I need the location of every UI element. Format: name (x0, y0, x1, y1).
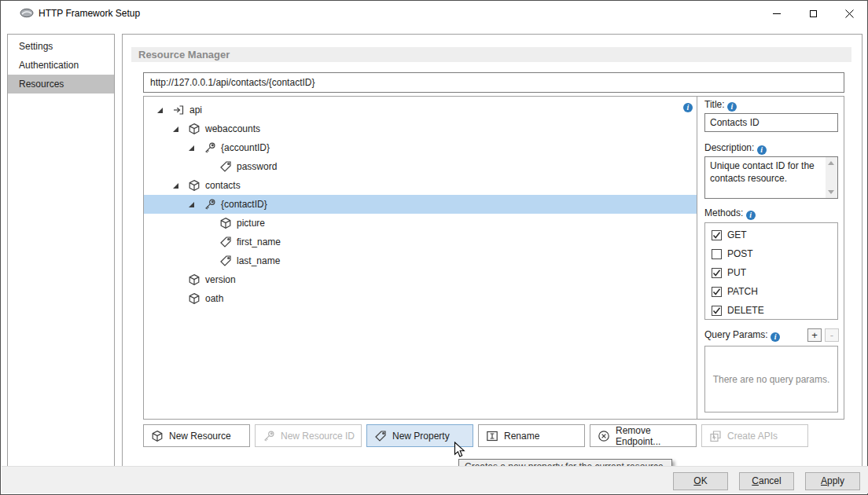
tree-item-last-name[interactable]: last_name (144, 251, 697, 270)
remove-icon (598, 430, 610, 442)
tree-item-label: last_name (234, 255, 280, 266)
tree-item-accountid[interactable]: {accountID} (144, 138, 697, 157)
method-row-post: POST (712, 244, 837, 263)
add-query-param-button[interactable]: + (807, 328, 822, 342)
expand-icon[interactable] (172, 182, 179, 189)
tree-item-version[interactable]: version (144, 270, 697, 289)
dialog-window: HTTP Framework Setup SettingsAuthenticat… (0, 0, 868, 495)
tree-info-icon[interactable]: i (683, 103, 693, 112)
maximize-button[interactable] (795, 1, 831, 26)
tree-item-password[interactable]: password (144, 157, 697, 176)
rename-icon (486, 430, 498, 442)
create-apis-button: Create APIs (701, 424, 808, 447)
method-label: POST (722, 248, 753, 259)
title-label: Title: i (704, 99, 737, 112)
check-icon (712, 269, 721, 277)
resource-icon (188, 179, 200, 192)
check-icon (712, 231, 721, 240)
description-info-icon[interactable]: i (757, 145, 767, 155)
method-label: GET (722, 229, 747, 240)
tag-icon (219, 236, 232, 248)
check-icon (712, 288, 721, 296)
scroll-up-icon[interactable] (828, 161, 834, 165)
app-logo-icon (20, 8, 34, 20)
key-icon (204, 141, 216, 154)
tree-item-label: password (234, 161, 277, 172)
tree-item-first-name[interactable]: first_name (144, 233, 697, 251)
close-button[interactable] (831, 1, 867, 26)
button-label: New Property (392, 431, 450, 442)
title-info-icon[interactable]: i (727, 102, 737, 112)
tree-item-label: picture (234, 218, 265, 229)
title-bar: HTTP Framework Setup (1, 1, 867, 26)
tree-item-label: api (186, 104, 202, 116)
button-label: Create APIs (727, 431, 778, 442)
cancel-button[interactable]: Cancel (739, 472, 794, 490)
description-textarea[interactable]: Unique contact ID for the contacts resou… (704, 156, 838, 199)
resource-icon (188, 273, 200, 286)
methods-label: Methods: i (704, 207, 756, 220)
title-input[interactable] (704, 113, 838, 132)
new-property-button[interactable]: New Property (366, 424, 473, 447)
tree-item-label: {accountID} (218, 142, 270, 153)
close-icon (845, 9, 854, 18)
checkbox-get[interactable] (712, 230, 722, 240)
scroll-down-icon[interactable] (828, 190, 834, 194)
page-title: Resource Manager (131, 47, 851, 62)
remove-endpoint-button[interactable]: Remove Endpoint... (590, 424, 697, 447)
endpoint-url-field[interactable]: http://127.0.0.1/api/contacts/{contactID… (143, 72, 844, 93)
resource-icon (188, 292, 200, 305)
create-apis-icon (709, 430, 722, 442)
sidebar-item-resources[interactable]: Resources (8, 75, 114, 94)
button-label: New Resource (169, 431, 231, 442)
minimize-icon (773, 13, 781, 14)
query-params-info-icon[interactable]: i (771, 332, 780, 342)
checkbox-delete[interactable] (712, 306, 722, 316)
checkbox-put[interactable] (712, 268, 722, 278)
description-scrollbar[interactable] (826, 157, 837, 198)
expand-icon[interactable] (172, 126, 179, 133)
main-panel: Resource Manager http://127.0.0.1/api/co… (122, 34, 862, 468)
method-label: PATCH (722, 286, 758, 297)
tree-item-picture[interactable]: picture (144, 214, 697, 233)
rename-button[interactable]: Rename (478, 424, 585, 447)
method-label: PUT (722, 267, 746, 278)
expand-icon[interactable] (156, 107, 164, 114)
tree-item-label: webaccounts (202, 123, 260, 134)
ok-button[interactable]: OK (673, 472, 728, 490)
tree-item-contacts[interactable]: contacts (144, 176, 697, 195)
apply-button[interactable]: Apply (805, 472, 860, 490)
settings-sidebar: SettingsAuthenticationResources (7, 34, 115, 467)
method-row-put: PUT (712, 263, 837, 282)
tree-item-label: version (202, 274, 236, 285)
button-label: Remove Endpoint... (616, 425, 696, 447)
resource-manager-group: apiwebaccounts{accountID}passwordcontact… (143, 96, 844, 420)
methods-info-icon[interactable]: i (746, 211, 756, 220)
tree-item-label: oath (202, 293, 223, 304)
checkbox-post[interactable] (712, 249, 722, 259)
endpoint-icon (172, 104, 185, 116)
new-resource-button[interactable]: New Resource (143, 424, 250, 447)
tree-item-label: first_name (234, 236, 281, 248)
expand-icon[interactable] (188, 145, 195, 152)
sidebar-item-authentication[interactable]: Authentication (8, 56, 114, 75)
tree-item-label: {contactID} (218, 199, 267, 210)
minimize-button[interactable] (759, 1, 795, 26)
method-row-patch: PATCH (712, 282, 837, 301)
checkbox-patch[interactable] (712, 287, 722, 297)
method-label: DELETE (722, 305, 764, 316)
expand-icon[interactable] (188, 201, 195, 208)
resource-tree: apiwebaccounts{accountID}passwordcontact… (144, 97, 697, 419)
dialog-footer: OK Cancel Apply (2, 466, 868, 493)
tree-item-webaccounts[interactable]: webaccounts (144, 119, 697, 138)
query-params-empty-text: There are no query params. (713, 374, 830, 385)
query-params-label: Query Params: i (704, 329, 780, 342)
tree-item-contactid[interactable]: {contactID} (144, 195, 697, 214)
remove-query-param-button[interactable]: - (825, 328, 839, 342)
description-label: Description: i (704, 142, 767, 155)
window-title: HTTP Framework Setup (39, 8, 140, 19)
sidebar-item-settings[interactable]: Settings (8, 37, 114, 56)
tree-item-oath[interactable]: oath (144, 289, 697, 308)
tree-item-api[interactable]: api (144, 101, 697, 119)
check-icon (712, 306, 721, 315)
